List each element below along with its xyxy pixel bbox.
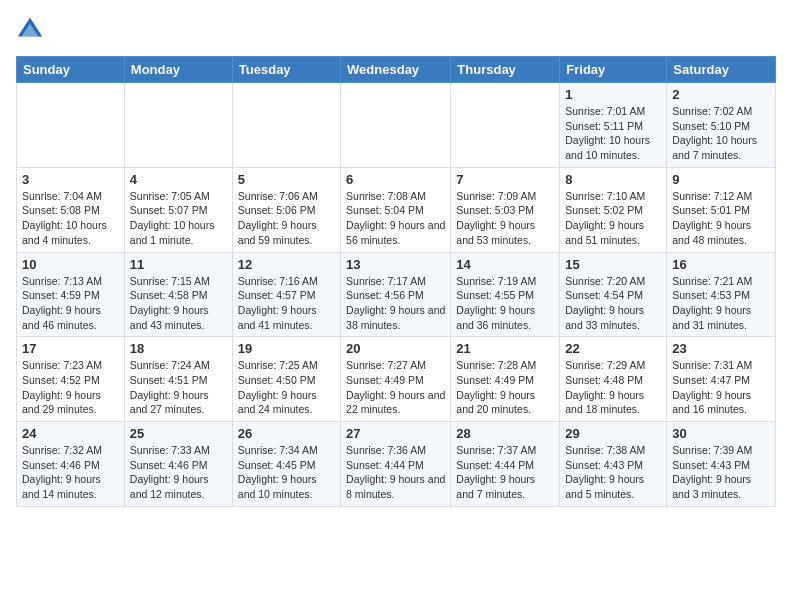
- day-info: Sunrise: 7:32 AMSunset: 4:46 PMDaylight:…: [22, 443, 119, 502]
- week-row-3: 10Sunrise: 7:13 AMSunset: 4:59 PMDayligh…: [17, 252, 776, 337]
- day-number: 14: [456, 257, 554, 272]
- week-row-2: 3Sunrise: 7:04 AMSunset: 5:08 PMDaylight…: [17, 167, 776, 252]
- day-info: Sunrise: 7:39 AMSunset: 4:43 PMDaylight:…: [672, 443, 770, 502]
- weekday-header-row: SundayMondayTuesdayWednesdayThursdayFrid…: [17, 57, 776, 83]
- day-number: 12: [238, 257, 335, 272]
- day-info: Sunrise: 7:15 AMSunset: 4:58 PMDaylight:…: [130, 274, 227, 333]
- day-cell: 28Sunrise: 7:37 AMSunset: 4:44 PMDayligh…: [451, 422, 560, 507]
- day-info: Sunrise: 7:02 AMSunset: 5:10 PMDaylight:…: [672, 104, 770, 163]
- day-cell: 7Sunrise: 7:09 AMSunset: 5:03 PMDaylight…: [451, 167, 560, 252]
- day-info: Sunrise: 7:04 AMSunset: 5:08 PMDaylight:…: [22, 189, 119, 248]
- day-info: Sunrise: 7:36 AMSunset: 4:44 PMDaylight:…: [346, 443, 445, 502]
- day-number: 15: [565, 257, 661, 272]
- day-info: Sunrise: 7:21 AMSunset: 4:53 PMDaylight:…: [672, 274, 770, 333]
- day-info: Sunrise: 7:29 AMSunset: 4:48 PMDaylight:…: [565, 358, 661, 417]
- day-number: 2: [672, 87, 770, 102]
- weekday-header-thursday: Thursday: [451, 57, 560, 83]
- day-info: Sunrise: 7:09 AMSunset: 5:03 PMDaylight:…: [456, 189, 554, 248]
- day-cell: 11Sunrise: 7:15 AMSunset: 4:58 PMDayligh…: [124, 252, 232, 337]
- day-cell: 27Sunrise: 7:36 AMSunset: 4:44 PMDayligh…: [341, 422, 451, 507]
- week-row-1: 1Sunrise: 7:01 AMSunset: 5:11 PMDaylight…: [17, 83, 776, 168]
- logo: [16, 16, 48, 44]
- day-info: Sunrise: 7:10 AMSunset: 5:02 PMDaylight:…: [565, 189, 661, 248]
- day-cell: 6Sunrise: 7:08 AMSunset: 5:04 PMDaylight…: [341, 167, 451, 252]
- week-row-4: 17Sunrise: 7:23 AMSunset: 4:52 PMDayligh…: [17, 337, 776, 422]
- day-number: 26: [238, 426, 335, 441]
- day-info: Sunrise: 7:17 AMSunset: 4:56 PMDaylight:…: [346, 274, 445, 333]
- weekday-header-saturday: Saturday: [667, 57, 776, 83]
- day-info: Sunrise: 7:19 AMSunset: 4:55 PMDaylight:…: [456, 274, 554, 333]
- day-number: 29: [565, 426, 661, 441]
- day-info: Sunrise: 7:31 AMSunset: 4:47 PMDaylight:…: [672, 358, 770, 417]
- day-number: 11: [130, 257, 227, 272]
- day-cell: 1Sunrise: 7:01 AMSunset: 5:11 PMDaylight…: [560, 83, 667, 168]
- day-cell: 26Sunrise: 7:34 AMSunset: 4:45 PMDayligh…: [232, 422, 340, 507]
- day-info: Sunrise: 7:12 AMSunset: 5:01 PMDaylight:…: [672, 189, 770, 248]
- day-number: 23: [672, 341, 770, 356]
- day-info: Sunrise: 7:23 AMSunset: 4:52 PMDaylight:…: [22, 358, 119, 417]
- day-number: 20: [346, 341, 445, 356]
- day-cell: 20Sunrise: 7:27 AMSunset: 4:49 PMDayligh…: [341, 337, 451, 422]
- day-number: 3: [22, 172, 119, 187]
- day-number: 25: [130, 426, 227, 441]
- day-number: 13: [346, 257, 445, 272]
- weekday-header-sunday: Sunday: [17, 57, 125, 83]
- day-info: Sunrise: 7:24 AMSunset: 4:51 PMDaylight:…: [130, 358, 227, 417]
- logo-icon: [16, 16, 44, 44]
- day-number: 28: [456, 426, 554, 441]
- day-cell: 13Sunrise: 7:17 AMSunset: 4:56 PMDayligh…: [341, 252, 451, 337]
- day-number: 5: [238, 172, 335, 187]
- calendar: SundayMondayTuesdayWednesdayThursdayFrid…: [16, 56, 776, 507]
- day-cell: 8Sunrise: 7:10 AMSunset: 5:02 PMDaylight…: [560, 167, 667, 252]
- day-cell: 12Sunrise: 7:16 AMSunset: 4:57 PMDayligh…: [232, 252, 340, 337]
- day-cell: 16Sunrise: 7:21 AMSunset: 4:53 PMDayligh…: [667, 252, 776, 337]
- header: [16, 16, 776, 44]
- day-cell: [451, 83, 560, 168]
- day-cell: 18Sunrise: 7:24 AMSunset: 4:51 PMDayligh…: [124, 337, 232, 422]
- day-number: 19: [238, 341, 335, 356]
- day-cell: 24Sunrise: 7:32 AMSunset: 4:46 PMDayligh…: [17, 422, 125, 507]
- day-cell: 30Sunrise: 7:39 AMSunset: 4:43 PMDayligh…: [667, 422, 776, 507]
- day-number: 27: [346, 426, 445, 441]
- day-number: 9: [672, 172, 770, 187]
- day-cell: 3Sunrise: 7:04 AMSunset: 5:08 PMDaylight…: [17, 167, 125, 252]
- day-info: Sunrise: 7:16 AMSunset: 4:57 PMDaylight:…: [238, 274, 335, 333]
- day-cell: 2Sunrise: 7:02 AMSunset: 5:10 PMDaylight…: [667, 83, 776, 168]
- day-info: Sunrise: 7:28 AMSunset: 4:49 PMDaylight:…: [456, 358, 554, 417]
- day-cell: 22Sunrise: 7:29 AMSunset: 4:48 PMDayligh…: [560, 337, 667, 422]
- day-number: 18: [130, 341, 227, 356]
- day-info: Sunrise: 7:06 AMSunset: 5:06 PMDaylight:…: [238, 189, 335, 248]
- day-cell: [124, 83, 232, 168]
- day-cell: [17, 83, 125, 168]
- day-number: 8: [565, 172, 661, 187]
- day-cell: 21Sunrise: 7:28 AMSunset: 4:49 PMDayligh…: [451, 337, 560, 422]
- day-info: Sunrise: 7:13 AMSunset: 4:59 PMDaylight:…: [22, 274, 119, 333]
- day-cell: 17Sunrise: 7:23 AMSunset: 4:52 PMDayligh…: [17, 337, 125, 422]
- day-cell: 4Sunrise: 7:05 AMSunset: 5:07 PMDaylight…: [124, 167, 232, 252]
- day-cell: 15Sunrise: 7:20 AMSunset: 4:54 PMDayligh…: [560, 252, 667, 337]
- day-info: Sunrise: 7:05 AMSunset: 5:07 PMDaylight:…: [130, 189, 227, 248]
- day-info: Sunrise: 7:08 AMSunset: 5:04 PMDaylight:…: [346, 189, 445, 248]
- day-number: 6: [346, 172, 445, 187]
- day-info: Sunrise: 7:25 AMSunset: 4:50 PMDaylight:…: [238, 358, 335, 417]
- day-cell: 29Sunrise: 7:38 AMSunset: 4:43 PMDayligh…: [560, 422, 667, 507]
- day-cell: [232, 83, 340, 168]
- weekday-header-friday: Friday: [560, 57, 667, 83]
- day-info: Sunrise: 7:37 AMSunset: 4:44 PMDaylight:…: [456, 443, 554, 502]
- day-number: 22: [565, 341, 661, 356]
- day-cell: [341, 83, 451, 168]
- day-number: 21: [456, 341, 554, 356]
- day-number: 16: [672, 257, 770, 272]
- weekday-header-tuesday: Tuesday: [232, 57, 340, 83]
- day-info: Sunrise: 7:27 AMSunset: 4:49 PMDaylight:…: [346, 358, 445, 417]
- day-cell: 14Sunrise: 7:19 AMSunset: 4:55 PMDayligh…: [451, 252, 560, 337]
- day-cell: 25Sunrise: 7:33 AMSunset: 4:46 PMDayligh…: [124, 422, 232, 507]
- day-cell: 10Sunrise: 7:13 AMSunset: 4:59 PMDayligh…: [17, 252, 125, 337]
- day-number: 1: [565, 87, 661, 102]
- day-number: 4: [130, 172, 227, 187]
- day-number: 30: [672, 426, 770, 441]
- day-cell: 5Sunrise: 7:06 AMSunset: 5:06 PMDaylight…: [232, 167, 340, 252]
- day-cell: 23Sunrise: 7:31 AMSunset: 4:47 PMDayligh…: [667, 337, 776, 422]
- day-cell: 9Sunrise: 7:12 AMSunset: 5:01 PMDaylight…: [667, 167, 776, 252]
- day-info: Sunrise: 7:38 AMSunset: 4:43 PMDaylight:…: [565, 443, 661, 502]
